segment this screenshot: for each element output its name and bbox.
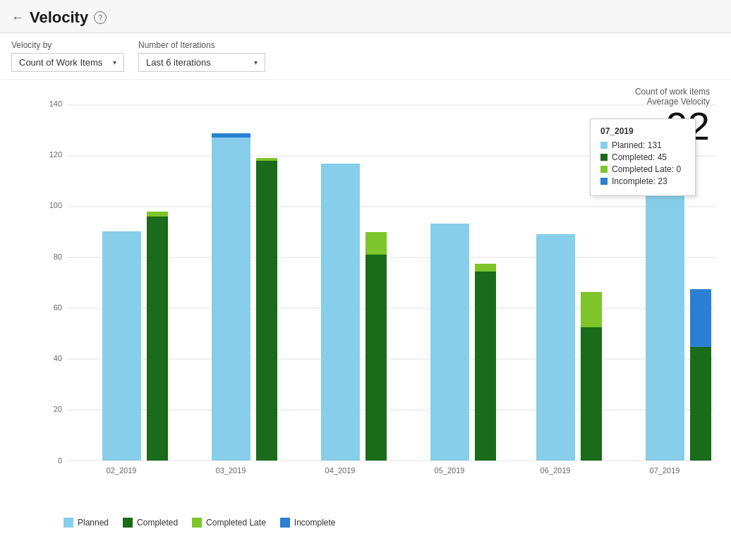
- svg-text:120: 120: [49, 150, 62, 159]
- iterations-group: Number of Iterations Last 6 iterations ▾: [138, 40, 265, 72]
- legend-incomplete: Incomplete: [280, 518, 336, 528]
- controls: Velocity by Count of Work Items ▾ Number…: [0, 33, 731, 80]
- bar-06-completed: [581, 327, 602, 461]
- velocity-by-group: Velocity by Count of Work Items ▾: [11, 40, 124, 72]
- legend-completed-label: Completed: [137, 518, 178, 528]
- iterations-dropdown[interactable]: Last 6 iterations ▾: [138, 53, 265, 72]
- legend: Planned Completed Completed Late Incompl…: [21, 518, 336, 528]
- svg-text:0: 0: [58, 456, 62, 465]
- bar-03-planned: [212, 133, 250, 461]
- tooltip-title: 07_2019: [600, 126, 685, 136]
- tooltip-planned-dot: [600, 142, 608, 149]
- bar-06-planned: [536, 234, 575, 461]
- bar-03-incomplete: [212, 133, 250, 138]
- help-icon[interactable]: ?: [94, 11, 107, 24]
- svg-text:140: 140: [49, 101, 62, 108]
- svg-text:80: 80: [54, 252, 62, 261]
- chevron-down-icon: ▾: [113, 59, 116, 66]
- svg-text:20: 20: [54, 405, 62, 413]
- bar-06-completed-late: [581, 292, 602, 327]
- legend-planned-label: Planned: [78, 518, 109, 528]
- legend-completed-late-label: Completed Late: [206, 518, 266, 528]
- page-title: Velocity: [30, 8, 88, 27]
- tooltip-row-completed-late: Completed Late: 0: [600, 164, 685, 174]
- bar-05-planned: [430, 224, 469, 461]
- back-button[interactable]: ←: [11, 11, 24, 25]
- tooltip-row-incomplete: Incomplete: 23: [600, 176, 685, 186]
- chart-container: Count of work items Average Velocity 92 …: [0, 80, 731, 531]
- bar-03-completed: [256, 161, 277, 461]
- tooltip-incomplete-dot: [600, 178, 608, 185]
- completed-color: [123, 518, 133, 528]
- velocity-by-value: Count of Work Items: [19, 57, 102, 68]
- tooltip: 07_2019 Planned: 131 Completed: 45 Compl…: [590, 118, 696, 196]
- svg-text:04_2019: 04_2019: [325, 466, 356, 475]
- planned-color: [64, 518, 73, 528]
- bar-04-completed: [366, 255, 387, 461]
- bar-02-completed-late: [147, 212, 168, 217]
- svg-text:05_2019: 05_2019: [435, 466, 465, 475]
- tooltip-row-planned: Planned: 131: [600, 140, 685, 150]
- bar-05-completed: [475, 272, 496, 461]
- tooltip-completed-late-dot: [600, 166, 608, 173]
- avg-label: Count of work items: [635, 87, 710, 97]
- bar-03-completed-late: [256, 158, 277, 161]
- bar-05-completed-late: [475, 264, 496, 272]
- legend-planned: Planned: [64, 518, 109, 528]
- chevron-down-icon: ▾: [254, 59, 258, 66]
- completed-late-color: [192, 518, 202, 528]
- svg-text:06_2019: 06_2019: [540, 466, 571, 475]
- tooltip-row-completed: Completed: 45: [600, 152, 685, 162]
- bar-07-incomplete: [690, 289, 711, 347]
- incomplete-color: [280, 518, 290, 528]
- velocity-by-dropdown[interactable]: Count of Work Items ▾: [11, 53, 124, 72]
- legend-completed-late: Completed Late: [192, 518, 266, 528]
- velocity-by-label: Velocity by: [11, 40, 124, 50]
- iterations-label: Number of Iterations: [138, 40, 265, 50]
- bar-02-completed: [147, 217, 168, 461]
- svg-text:40: 40: [54, 354, 62, 363]
- bar-04-completed-late: [366, 232, 387, 255]
- legend-completed: Completed: [123, 518, 178, 528]
- svg-text:02_2019: 02_2019: [107, 466, 137, 475]
- svg-text:07_2019: 07_2019: [650, 466, 680, 475]
- svg-text:60: 60: [54, 303, 62, 312]
- header: ← Velocity ?: [0, 0, 731, 33]
- bar-02-planned: [102, 231, 141, 461]
- svg-text:03_2019: 03_2019: [216, 466, 246, 475]
- svg-text:100: 100: [49, 201, 62, 209]
- legend-incomplete-label: Incomplete: [294, 518, 336, 528]
- iterations-value: Last 6 iterations: [146, 57, 211, 68]
- tooltip-completed-dot: [600, 154, 608, 161]
- bar-04-planned: [321, 164, 360, 461]
- bar-07-completed: [690, 347, 711, 461]
